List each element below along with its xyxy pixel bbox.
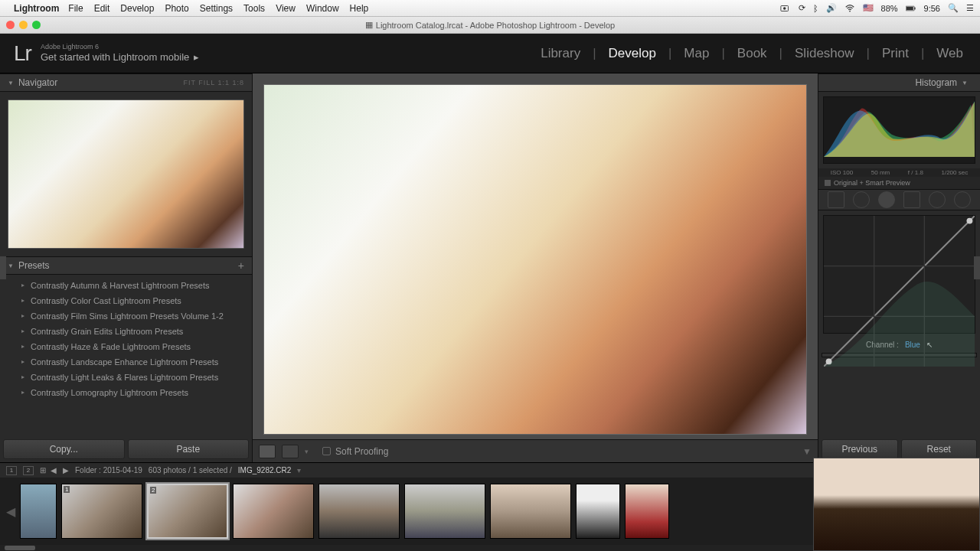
radial-tool-icon[interactable] (929, 191, 946, 208)
svg-rect-4 (906, 6, 913, 9)
battery-icon[interactable] (906, 3, 916, 14)
thumbnail[interactable] (20, 484, 57, 539)
menu-develop[interactable]: Develop (120, 3, 154, 14)
monitor-2-icon[interactable]: 2 (23, 466, 34, 475)
grid-icon[interactable]: ⊞ (40, 466, 44, 474)
navigator-header[interactable]: ▼ Navigator FIT FILL 1:1 1:8 (0, 73, 252, 92)
soft-proofing-label: Soft Proofing (335, 446, 388, 457)
lightroom-header: Lr Adobe Lightroom 6 Get started with Li… (0, 34, 980, 73)
menu-edit[interactable]: Edit (94, 3, 110, 14)
add-preset-icon[interactable]: + (238, 259, 244, 272)
window-title: Lightroom Catalog.lrcat - Adobe Photosho… (376, 21, 615, 30)
preset-folder[interactable]: Contrastly Haze & Fade Lightroom Presets (0, 339, 252, 354)
tab-slideshow[interactable]: Slideshow (792, 46, 858, 61)
preset-folder[interactable]: Contrastly Grain Edits Lightroom Presets (0, 324, 252, 339)
thumbnail[interactable] (625, 484, 669, 539)
zoom-icon[interactable] (32, 21, 41, 29)
menu-help[interactable]: Help (350, 3, 369, 14)
menu-tools[interactable]: Tools (243, 3, 265, 14)
close-icon[interactable] (6, 21, 15, 29)
svg-point-1 (782, 7, 786, 10)
preset-folder[interactable]: Contrastly Color Cast Lightroom Presets (0, 293, 252, 308)
thumbnail[interactable] (490, 484, 571, 539)
presets-header[interactable]: ▼ Presets + (0, 256, 252, 275)
tab-print[interactable]: Print (879, 46, 912, 61)
preset-folder[interactable]: Contrastly Light Leaks & Flares Lightroo… (0, 370, 252, 385)
sync-icon[interactable]: ⟳ (799, 3, 805, 13)
redeye-tool-icon[interactable] (878, 191, 895, 208)
preset-folder[interactable]: Contrastly Lomography Lightroom Presets (0, 385, 252, 400)
grad-tool-icon[interactable] (903, 191, 920, 208)
left-panel-toggle[interactable] (0, 256, 6, 279)
navigator-modes[interactable]: FIT FILL 1:1 1:8 (183, 79, 244, 86)
disclosure-icon: ▼ (962, 80, 968, 86)
lr-logo: Lr (14, 41, 31, 66)
preset-folder[interactable]: Contrastly Landscape Enhance Lightroom P… (0, 354, 252, 370)
menu-settings[interactable]: Settings (200, 3, 233, 14)
spot-tool-icon[interactable] (853, 191, 870, 208)
path-chevron-icon[interactable]: ▾ (297, 466, 301, 474)
crop-tool-icon[interactable] (828, 191, 844, 208)
minimize-icon[interactable] (19, 21, 28, 29)
disclosure-icon: ▼ (8, 80, 14, 86)
previous-button[interactable]: Previous (822, 439, 898, 459)
battery-pct: 88% (881, 4, 898, 13)
thumbnail[interactable] (404, 484, 485, 539)
before-after-icon[interactable] (282, 445, 299, 458)
menu-extra-icon[interactable]: ☰ (966, 3, 974, 13)
presets-title: Presets (18, 260, 50, 271)
tab-map[interactable]: Map (681, 46, 712, 61)
tab-web[interactable]: Web (933, 46, 966, 61)
thumbnail[interactable] (233, 484, 314, 539)
monitor-1-icon[interactable]: 1 (6, 466, 17, 475)
soft-proofing-toggle[interactable]: Soft Proofing (322, 446, 388, 457)
paste-button[interactable]: Paste (128, 439, 250, 459)
copy-button[interactable]: Copy... (3, 439, 125, 459)
bluetooth-icon[interactable]: ᛒ (813, 4, 818, 13)
thumbnail[interactable] (576, 484, 620, 539)
folder-path[interactable]: Folder : 2015-04-19 (75, 466, 142, 474)
current-file: IMG_9282.CR2 (238, 466, 291, 474)
navigator-preview[interactable] (8, 99, 244, 249)
spotlight-icon[interactable]: 🔍 (948, 3, 959, 13)
toolbar-menu-icon[interactable]: ▼ (802, 446, 812, 457)
mac-menu-bar: Lightroom File Edit Develop Photo Settin… (0, 0, 980, 17)
toolbar-chevron-icon[interactable]: ▾ (305, 448, 309, 455)
preview-status: Original + Smart Preview (818, 177, 980, 189)
reset-button[interactable]: Reset (901, 439, 978, 459)
tone-curve[interactable] (823, 215, 975, 334)
loupe-view-icon[interactable] (259, 445, 276, 458)
main-image[interactable] (263, 84, 807, 435)
tab-library[interactable]: Library (537, 46, 583, 61)
app-name[interactable]: Lightroom (14, 3, 59, 14)
disclosure-icon: ▼ (8, 262, 14, 269)
flag-icon[interactable]: 🇺🇸 (863, 3, 874, 13)
exif-strip: ISO 100 50 mm f / 1.8 1/200 sec (818, 168, 980, 177)
menu-view[interactable]: View (276, 3, 296, 14)
preview-icon (825, 180, 831, 186)
checkbox-icon[interactable] (322, 447, 331, 455)
thumbnail-selected[interactable]: 2 (147, 484, 228, 539)
mobile-link[interactable]: Get started with Lightroom mobile▸ (41, 51, 199, 63)
thumbnail[interactable]: 1 (61, 484, 142, 539)
histogram-header[interactable]: Histogram ▼ (818, 73, 980, 92)
histogram-display[interactable] (823, 96, 975, 164)
thumbnail[interactable] (318, 484, 400, 539)
menu-photo[interactable]: Photo (165, 3, 188, 14)
menu-file[interactable]: File (68, 3, 83, 14)
preset-folder[interactable]: Contrastly Autumn & Harvest Lightroom Pr… (0, 278, 252, 293)
tab-develop[interactable]: Develop (606, 46, 659, 61)
clock[interactable]: 9:56 (924, 4, 940, 13)
wifi-icon[interactable] (844, 3, 855, 14)
tab-book[interactable]: Book (734, 46, 770, 61)
menu-window[interactable]: Window (306, 3, 339, 14)
nav-next-icon[interactable]: ▶ (63, 466, 69, 474)
scroll-left-icon[interactable]: ◀ (6, 504, 15, 519)
traffic-lights[interactable] (6, 21, 41, 29)
screen-record-icon[interactable] (780, 3, 791, 14)
nav-prev-icon[interactable]: ◀ (51, 466, 57, 474)
volume-icon[interactable]: 🔊 (826, 3, 837, 13)
right-panel-toggle[interactable] (974, 256, 980, 279)
brush-tool-icon[interactable] (954, 191, 971, 208)
preset-folder[interactable]: Contrastly Film Sims Lightroom Presets V… (0, 308, 252, 324)
